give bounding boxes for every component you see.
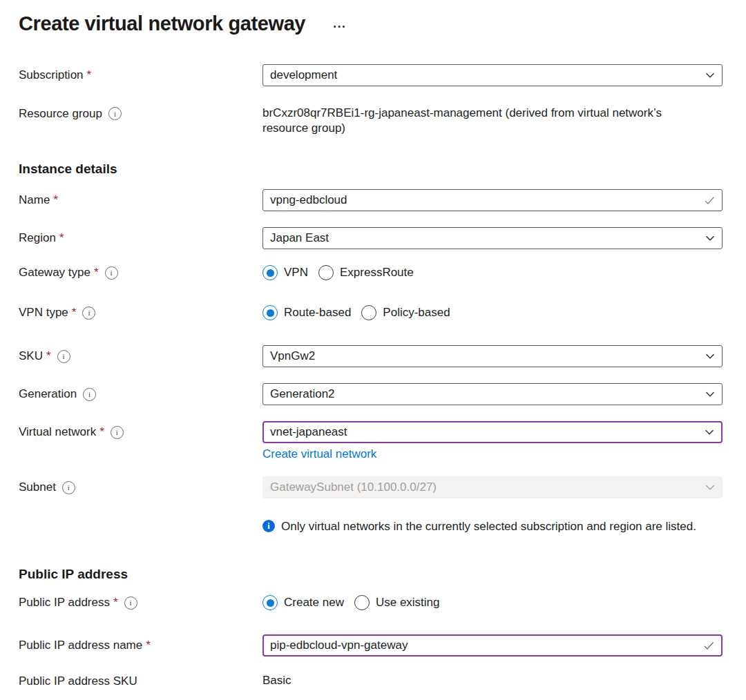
resource-group-row: Resource group i brCxzr08qr7RBEi1-rg-jap… <box>19 106 746 136</box>
chevron-down-icon[interactable] <box>705 351 716 362</box>
name-value: vpng-edbcloud <box>270 193 347 207</box>
required-asterisk: * <box>46 349 51 363</box>
required-asterisk: * <box>113 596 118 610</box>
vpn-type-radio-group: Route-based Policy-based <box>262 303 723 322</box>
gateway-type-radio-group: VPN ExpressRoute <box>262 263 723 282</box>
valid-checkmark-icon <box>703 194 716 206</box>
radio-unselected-icon <box>354 595 370 610</box>
required-asterisk: * <box>94 266 99 280</box>
create-virtual-network-link[interactable]: Create virtual network <box>262 447 376 461</box>
page-header: Create virtual network gateway ... <box>19 10 746 37</box>
info-icon[interactable]: i <box>83 388 96 401</box>
name-row: Name * vpng-edbcloud <box>19 189 746 211</box>
radio-selected-icon <box>262 305 278 320</box>
more-options-button[interactable]: ... <box>332 17 347 30</box>
required-asterisk: * <box>53 193 58 207</box>
radio-unselected-icon <box>361 305 376 320</box>
chevron-down-icon[interactable] <box>705 233 716 244</box>
subscription-value: development <box>270 68 337 82</box>
required-asterisk: * <box>87 68 92 82</box>
required-asterisk: * <box>59 231 64 245</box>
info-icon[interactable]: i <box>111 426 124 439</box>
gateway-type-option-vpn[interactable]: VPN <box>262 265 308 280</box>
subscription-label: Subscription * <box>19 64 262 86</box>
name-input[interactable]: vpng-edbcloud <box>262 189 723 211</box>
generation-row: Generation i Generation2 <box>19 383 746 405</box>
radio-selected-icon <box>262 595 278 610</box>
public-ip-label: Public IP address * i <box>19 593 262 612</box>
info-note-text: Only virtual networks in the currently s… <box>281 518 696 534</box>
public-ip-option-use-existing[interactable]: Use existing <box>354 595 440 610</box>
info-note: i Only virtual networks in the currently… <box>262 518 698 534</box>
generation-value: Generation2 <box>270 387 335 401</box>
region-dropdown[interactable]: Japan East <box>262 227 723 249</box>
required-asterisk: * <box>72 306 77 320</box>
gateway-type-option-expressroute[interactable]: ExpressRoute <box>318 265 414 280</box>
required-asterisk: * <box>146 639 151 652</box>
subscription-dropdown[interactable]: development <box>262 64 723 86</box>
create-vnet-gateway-page: Create virtual network gateway ... Subsc… <box>0 0 746 697</box>
vpn-type-option-route-based[interactable]: Route-based <box>262 305 351 320</box>
vpn-type-row: VPN type * i Route-based Policy-based <box>19 303 746 322</box>
region-row: Region * Japan East <box>19 227 746 249</box>
vpn-type-option-policy-based[interactable]: Policy-based <box>361 305 450 320</box>
resource-group-label: Resource group i <box>19 106 262 129</box>
public-ip-sku-row: Public IP address SKU Basic <box>19 673 746 697</box>
region-value: Japan East <box>270 231 329 245</box>
subnet-dropdown-disabled: GatewaySubnet (10.100.0.0/27) <box>262 476 723 498</box>
gateway-type-label: Gateway type * i <box>19 263 262 282</box>
public-ip-radio-group: Create new Use existing <box>262 593 723 612</box>
name-label: Name * <box>19 189 262 211</box>
sku-dropdown[interactable]: VpnGw2 <box>262 345 723 367</box>
virtual-network-row: Virtual network * i vnet-japaneast Creat… <box>19 421 746 461</box>
info-icon[interactable]: i <box>62 481 75 494</box>
subscription-row: Subscription * development <box>19 64 746 86</box>
valid-checkmark-icon <box>702 639 715 652</box>
radio-unselected-icon <box>318 265 334 280</box>
public-ip-row: Public IP address * i Create new Use exi… <box>19 593 746 612</box>
radio-selected-icon <box>262 265 278 280</box>
public-ip-name-input[interactable]: pip-edbcloud-vpn-gateway <box>262 634 723 657</box>
sku-label: SKU * i <box>19 345 262 367</box>
public-ip-sku-value: Basic <box>262 673 705 688</box>
info-icon[interactable]: i <box>82 307 95 320</box>
info-note-row: i Only virtual networks in the currently… <box>19 518 746 541</box>
chevron-down-icon[interactable] <box>705 70 716 81</box>
public-ip-name-label: Public IP address name * <box>19 634 262 657</box>
chevron-down-icon[interactable] <box>705 389 716 400</box>
public-ip-sku-label: Public IP address SKU <box>19 673 262 697</box>
public-ip-name-value: pip-edbcloud-vpn-gateway <box>270 639 408 652</box>
info-icon[interactable]: i <box>108 107 122 120</box>
public-ip-heading: Public IP address <box>19 566 746 583</box>
virtual-network-value: vnet-japaneast <box>270 425 347 439</box>
page-title: Create virtual network gateway <box>19 12 305 35</box>
instance-details-heading: Instance details <box>19 161 746 177</box>
gateway-type-row: Gateway type * i VPN ExpressRoute <box>19 263 746 282</box>
subnet-value: GatewaySubnet (10.100.0.0/27) <box>270 480 437 494</box>
info-icon[interactable]: i <box>124 596 137 610</box>
chevron-down-icon[interactable] <box>704 427 715 438</box>
sku-value: VpnGw2 <box>270 349 315 363</box>
info-filled-icon: i <box>262 520 275 532</box>
chevron-down-icon <box>705 482 716 493</box>
vpn-type-label: VPN type * i <box>19 303 262 322</box>
info-icon[interactable]: i <box>105 266 118 280</box>
info-icon[interactable]: i <box>57 350 70 363</box>
subnet-row: Subnet i GatewaySubnet (10.100.0.0/27) <box>19 476 746 498</box>
public-ip-option-create-new[interactable]: Create new <box>262 595 344 610</box>
resource-group-value: brCxzr08qr7RBEi1-rg-japaneast-management… <box>262 106 705 136</box>
generation-label: Generation i <box>19 383 262 405</box>
subnet-label: Subnet i <box>19 476 262 498</box>
region-label: Region * <box>19 227 262 249</box>
required-asterisk: * <box>99 425 104 439</box>
public-ip-name-row: Public IP address name * pip-edbcloud-vp… <box>19 634 746 657</box>
virtual-network-dropdown[interactable]: vnet-japaneast <box>262 421 723 443</box>
generation-dropdown[interactable]: Generation2 <box>262 383 723 405</box>
virtual-network-label: Virtual network * i <box>19 421 262 443</box>
sku-row: SKU * i VpnGw2 <box>19 345 746 367</box>
